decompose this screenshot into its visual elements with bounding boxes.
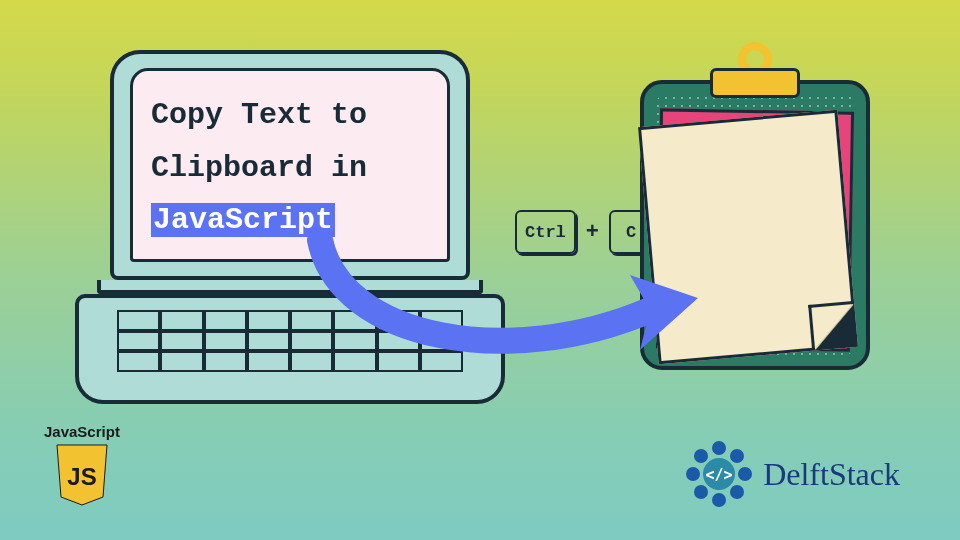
- laptop-keyboard: [117, 310, 463, 372]
- keyboard-key: [247, 331, 290, 352]
- laptop-screen-bezel: Copy Text to Clipboard in JavaScript: [110, 50, 470, 280]
- javascript-shield-icon: JS: [53, 443, 111, 507]
- javascript-label: JavaScript: [44, 423, 120, 440]
- keyboard-key: [117, 310, 160, 331]
- keyboard-key: [290, 310, 333, 331]
- keyboard-key: [377, 351, 420, 372]
- ctrl-key: Ctrl: [515, 210, 576, 254]
- keyboard-key: [377, 310, 420, 331]
- laptop-base: [75, 294, 505, 404]
- keyboard-key: [333, 331, 376, 352]
- keyboard-key: [204, 351, 247, 372]
- keyboard-key: [117, 351, 160, 372]
- laptop-screen: Copy Text to Clipboard in JavaScript: [130, 68, 450, 262]
- clip-bar: [710, 68, 800, 98]
- delftstack-mark-icon: </>: [683, 438, 755, 510]
- svg-text:</>: </>: [706, 466, 733, 484]
- svg-point-4: [712, 493, 726, 507]
- keyboard-key: [420, 310, 463, 331]
- screen-line-2: Clipboard in: [151, 151, 367, 185]
- delftstack-logo: </> DelftStack: [683, 438, 900, 510]
- keyboard-key: [247, 310, 290, 331]
- keyboard-key: [247, 351, 290, 372]
- keyboard-key: [160, 331, 203, 352]
- svg-point-7: [694, 449, 708, 463]
- keyboard-key: [290, 331, 333, 352]
- keyboard-key: [117, 331, 160, 352]
- keyboard-key: [160, 351, 203, 372]
- svg-point-0: [712, 441, 726, 455]
- keyboard-key: [333, 310, 376, 331]
- keyboard-shortcut: Ctrl + C: [515, 210, 653, 254]
- screen-highlighted-word: JavaScript: [151, 203, 335, 237]
- js-glyph: JS: [67, 463, 96, 490]
- screen-line-1: Copy Text to: [151, 98, 367, 132]
- keyboard-key: [377, 331, 420, 352]
- plus-sign: +: [586, 220, 599, 245]
- screen-text: Copy Text to Clipboard in JavaScript: [151, 89, 429, 247]
- clipboard-paper-front: [638, 110, 858, 365]
- svg-point-6: [686, 467, 700, 481]
- keyboard-key: [204, 331, 247, 352]
- keyboard-key: [420, 331, 463, 352]
- laptop-hinge: [97, 280, 483, 294]
- keyboard-key: [420, 351, 463, 372]
- delftstack-name: DelftStack: [763, 456, 900, 493]
- svg-point-2: [738, 467, 752, 481]
- clipboard-clip: [710, 50, 800, 102]
- svg-point-1: [730, 449, 744, 463]
- keyboard-key: [333, 351, 376, 372]
- keyboard-key: [204, 310, 247, 331]
- keyboard-key: [160, 310, 203, 331]
- laptop-illustration: Copy Text to Clipboard in JavaScript: [95, 50, 485, 404]
- clipboard-illustration: [640, 50, 870, 370]
- svg-point-5: [694, 485, 708, 499]
- keyboard-key: [290, 351, 333, 372]
- javascript-logo: JavaScript JS: [44, 423, 120, 512]
- svg-point-3: [730, 485, 744, 499]
